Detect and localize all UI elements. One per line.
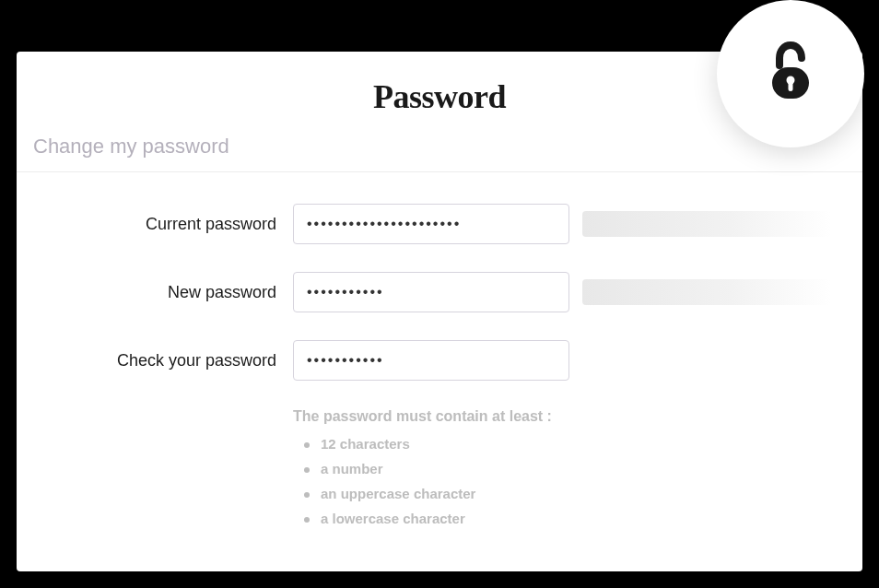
requirement-item: an uppercase character xyxy=(304,486,862,501)
check-password-label: Check your password xyxy=(17,351,293,370)
current-password-row: Current password xyxy=(17,204,862,244)
requirements-list: 12 characters a number an uppercase char… xyxy=(293,436,862,526)
current-password-label: Current password xyxy=(17,215,293,234)
requirement-item: 12 characters xyxy=(304,436,862,452)
requirements-title: The password must contain at least : xyxy=(293,408,862,425)
current-password-strength-meter xyxy=(582,211,831,237)
new-password-row: New password xyxy=(17,272,862,312)
check-password-row: Check your password xyxy=(17,340,862,381)
new-password-input[interactable] xyxy=(293,272,569,312)
svg-rect-2 xyxy=(789,82,793,91)
unlock-icon xyxy=(765,40,816,108)
requirement-item: a number xyxy=(304,461,862,476)
unlock-icon-badge xyxy=(717,0,864,147)
current-password-input[interactable] xyxy=(293,204,569,244)
new-password-strength-meter xyxy=(582,279,831,305)
password-requirements: The password must contain at least : 12 … xyxy=(293,408,862,526)
page-subtitle: Change my password xyxy=(17,116,862,172)
password-form: Current password New password Check your… xyxy=(17,172,862,526)
requirement-item: a lowercase character xyxy=(304,511,862,526)
password-panel: Password Change my password Current pass… xyxy=(17,52,862,571)
new-password-label: New password xyxy=(17,283,293,302)
check-password-input[interactable] xyxy=(293,340,569,381)
